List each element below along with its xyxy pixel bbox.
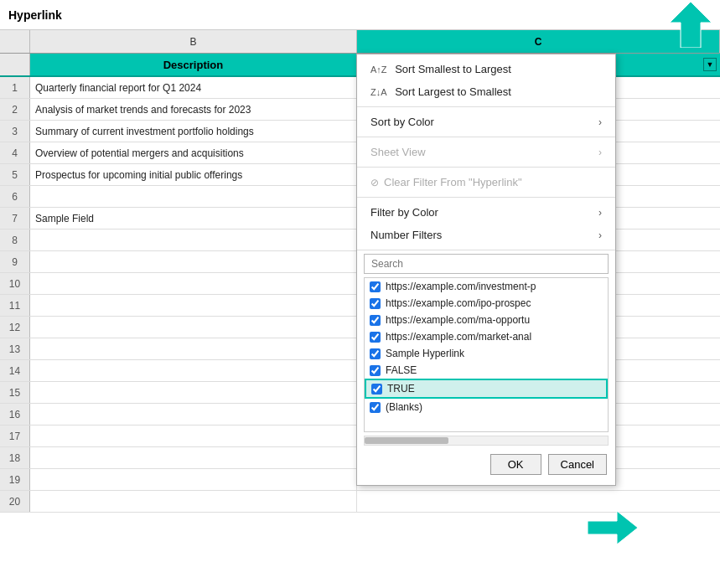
right-arrow-annotation <box>588 511 638 544</box>
cell-description: Analysis of market trends and forecasts … <box>30 99 357 120</box>
row-num: 20 <box>0 491 30 512</box>
filter-item[interactable]: FALSE <box>365 362 608 379</box>
filter-checkbox[interactable] <box>370 332 381 343</box>
row-num: 5 <box>0 164 30 185</box>
row-num: 8 <box>0 230 30 250</box>
row-num: 4 <box>0 142 30 163</box>
corner-cell <box>0 30 30 53</box>
filter-list[interactable]: https://example.com/investment-p https:/… <box>364 277 609 432</box>
row-num: 17 <box>0 426 30 446</box>
row-num: 15 <box>0 382 30 403</box>
column-letters-row: B C <box>0 30 720 54</box>
row-num: 2 <box>0 99 30 120</box>
cell-description <box>30 273 357 294</box>
cell-description <box>30 360 357 381</box>
filter-checkbox[interactable] <box>370 365 381 376</box>
filter-checkbox[interactable] <box>370 402 381 413</box>
ok-button[interactable]: OK <box>490 454 541 475</box>
filter-item[interactable]: Sample Hyperlink <box>365 345 608 362</box>
title-text: Hyperlink <box>8 8 62 22</box>
menu-separator-5 <box>357 250 615 250</box>
row-num: 1 <box>0 77 30 98</box>
filter-checkbox[interactable] <box>370 281 381 292</box>
filter-clear-icon: ⊘ <box>370 177 379 188</box>
svg-marker-0 <box>670 2 712 48</box>
filter-item-label: Sample Hyperlink <box>386 348 464 359</box>
menu-separator-1 <box>357 106 615 107</box>
menu-item-sort-desc[interactable]: Z↓A Sort Largest to Smallest <box>357 80 615 103</box>
row-num: 11 <box>0 295 30 316</box>
cell-description <box>30 338 357 359</box>
cell-description <box>30 230 357 250</box>
filter-item-label: https://example.com/ma-opportu <box>386 314 530 326</box>
menu-item-clear-filter: ⊘ Clear Filter From "Hyperlink" <box>357 171 615 193</box>
filter-scroll-thumb <box>365 437 448 444</box>
filter-item[interactable]: https://example.com/ipo-prospec <box>365 295 608 312</box>
filter-item-label: https://example.com/ipo-prospec <box>386 297 531 309</box>
filter-item[interactable]: https://example.com/investment-p <box>365 278 608 295</box>
down-arrow-annotation <box>670 2 712 48</box>
filter-button[interactable]: ▼ <box>703 58 717 71</box>
filter-item-label: https://example.com/market-anal <box>386 331 531 343</box>
filter-item-true[interactable]: TRUE <box>365 379 608 399</box>
search-box <box>364 254 609 274</box>
filter-item[interactable]: https://example.com/market-anal <box>365 328 608 345</box>
filter-item[interactable]: https://example.com/ma-opportu <box>365 312 608 328</box>
cell-description <box>30 469 357 490</box>
chevron-right-icon: › <box>598 116 602 128</box>
sort-desc-icon: Z↓A <box>370 87 387 97</box>
cell-description: Overview of potential mergers and acquis… <box>30 142 357 163</box>
menu-item-number-filters[interactable]: Number Filters › <box>357 224 615 246</box>
row-num: 10 <box>0 273 30 294</box>
filter-item-blanks[interactable]: (Blanks) <box>365 399 608 415</box>
filter-dropdown-menu: A↑Z Sort Smallest to Largest Z↓A Sort La… <box>356 54 616 486</box>
cell-hyperlink <box>357 491 720 512</box>
chevron-right-icon: › <box>598 147 602 158</box>
cell-description <box>30 447 357 468</box>
row-num: 16 <box>0 404 30 425</box>
col-header-c: C <box>357 30 720 53</box>
filter-horizontal-scrollbar[interactable] <box>364 436 609 446</box>
cell-description <box>30 251 357 272</box>
filter-item-label: FALSE <box>386 364 417 376</box>
row-num: 18 <box>0 447 30 468</box>
menu-item-sheet-view: Sheet View › <box>357 141 615 163</box>
cell-description: Summary of current investment portfolio … <box>30 121 357 142</box>
chevron-right-icon: › <box>598 207 602 219</box>
filter-item-label: https://example.com/investment-p <box>386 281 536 292</box>
chevron-right-icon: › <box>598 230 602 241</box>
row-num: 13 <box>0 338 30 359</box>
dialog-buttons: OK Cancel <box>357 447 615 482</box>
filter-item-label: (Blanks) <box>386 401 422 413</box>
row-num: 6 <box>0 186 30 207</box>
row-num: 3 <box>0 121 30 142</box>
menu-separator-2 <box>357 137 615 137</box>
search-input[interactable] <box>364 254 609 274</box>
cell-description <box>30 317 357 338</box>
col-header-b: B <box>30 30 357 53</box>
menu-item-sort-color[interactable]: Sort by Color › <box>357 111 615 133</box>
svg-marker-1 <box>588 511 638 544</box>
cell-description <box>30 186 357 207</box>
row-num: 9 <box>0 251 30 272</box>
cell-description <box>30 404 357 425</box>
header-description: Description <box>30 54 357 75</box>
menu-item-sort-asc[interactable]: A↑Z Sort Smallest to Largest <box>357 58 615 80</box>
row-num: 14 <box>0 360 30 381</box>
filter-checkbox[interactable] <box>370 298 381 309</box>
filter-checkbox[interactable] <box>370 315 381 326</box>
cell-description <box>30 491 357 512</box>
menu-separator-4 <box>357 197 615 198</box>
row-num: 7 <box>0 208 30 229</box>
filter-checkbox[interactable] <box>371 384 382 395</box>
row-num: 12 <box>0 317 30 338</box>
cell-description: Prospectus for upcoming initial public o… <box>30 164 357 185</box>
menu-separator-3 <box>357 167 615 168</box>
cell-description: Sample Field <box>30 208 357 229</box>
cell-description <box>30 426 357 446</box>
cell-description <box>30 382 357 403</box>
menu-item-filter-color[interactable]: Filter by Color › <box>357 201 615 224</box>
table-row: 20 <box>0 491 720 513</box>
filter-checkbox[interactable] <box>370 348 381 359</box>
cancel-button[interactable]: Cancel <box>548 454 607 475</box>
